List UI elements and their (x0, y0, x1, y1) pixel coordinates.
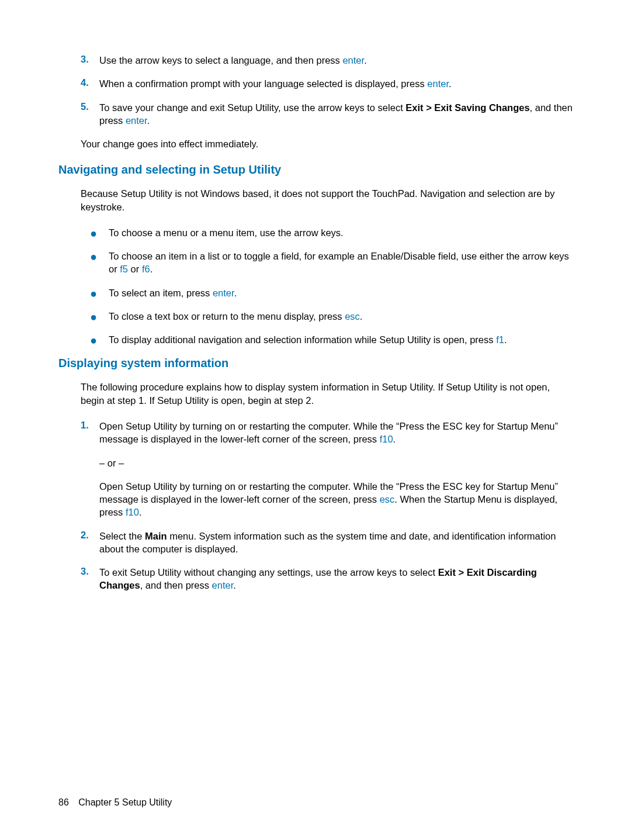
list-number: 3. (58, 566, 99, 577)
heading-navigating: Navigating and selecting in Setup Utilit… (58, 163, 573, 177)
menu-path: Exit > Exit Saving Changes (405, 102, 529, 113)
list-item: ● To select an item, press enter. (58, 286, 573, 299)
menu-main: Main (145, 531, 167, 541)
intro-text: The following procedure explains how to … (58, 381, 573, 407)
list-item: 2. Select the Main menu. System informat… (58, 530, 573, 556)
key-enter: enter (427, 78, 449, 89)
numbered-list-bottom: 1. Open Setup Utility by turning on or r… (58, 420, 573, 592)
list-text: To select an item, press enter. (109, 286, 573, 299)
list-item: 5. To save your change and exit Setup Ut… (58, 101, 573, 127)
list-item: 4. When a confirmation prompt with your … (58, 77, 573, 90)
key-enter: enter (213, 288, 234, 298)
list-item: 3. To exit Setup Utility without changin… (58, 566, 573, 592)
or-separator: – or – (99, 457, 573, 469)
key-f10: f10 (380, 434, 393, 444)
list-text: To exit Setup Utility without changing a… (99, 566, 573, 592)
bullet-icon: ● (58, 333, 109, 346)
list-item: ● To close a text box or return to the m… (58, 310, 573, 323)
list-text: To save your change and exit Setup Utili… (99, 101, 573, 127)
list-text: Select the Main menu. System information… (99, 530, 573, 556)
list-number: 2. (58, 530, 99, 541)
key-f6: f6 (142, 264, 150, 274)
page-number: 86 (58, 797, 69, 808)
list-text: To choose a menu or a menu item, use the… (109, 226, 573, 239)
key-enter: enter (212, 580, 234, 590)
page-footer: 86 Chapter 5 Setup Utility (58, 797, 172, 808)
list-text: Open Setup Utility by turning on or rest… (99, 420, 573, 519)
list-item: ● To choose a menu or a menu item, use t… (58, 226, 573, 239)
list-number: 5. (58, 101, 99, 112)
key-esc: esc (345, 311, 360, 322)
key-esc: esc (380, 494, 395, 504)
bullet-icon: ● (58, 250, 109, 262)
bullet-list: ● To choose a menu or a menu item, use t… (58, 226, 573, 347)
list-text: When a confirmation prompt with your lan… (99, 77, 573, 90)
key-f5: f5 (120, 264, 128, 274)
key-enter: enter (126, 115, 147, 126)
list-number: 1. (58, 420, 99, 431)
document-page: 3. Use the arrow keys to select a langua… (0, 0, 631, 592)
list-number: 4. (58, 77, 99, 88)
key-f10: f10 (126, 507, 139, 517)
list-text: Use the arrow keys to select a language,… (99, 54, 573, 67)
numbered-list-top: 3. Use the arrow keys to select a langua… (58, 54, 573, 127)
bullet-icon: ● (58, 286, 109, 299)
bullet-icon: ● (58, 226, 109, 239)
intro-text: Because Setup Utility is not Windows bas… (58, 187, 573, 213)
list-item: 1. Open Setup Utility by turning on or r… (58, 420, 573, 519)
note-text: Your change goes into effect immediately… (58, 137, 573, 150)
list-number: 3. (58, 54, 99, 65)
list-text: To close a text box or return to the men… (109, 310, 573, 323)
list-item: ● To choose an item in a list or to togg… (58, 250, 573, 276)
bullet-icon: ● (58, 310, 109, 323)
heading-displaying: Displaying system information (58, 357, 573, 370)
chapter-label: Chapter 5 Setup Utility (78, 797, 172, 808)
key-enter: enter (342, 55, 364, 65)
key-f1: f1 (496, 334, 504, 345)
list-text: To display additional navigation and sel… (109, 333, 573, 346)
list-item: ● To display additional navigation and s… (58, 333, 573, 346)
list-item: 3. Use the arrow keys to select a langua… (58, 54, 573, 67)
list-text: To choose an item in a list or to toggle… (109, 250, 573, 276)
